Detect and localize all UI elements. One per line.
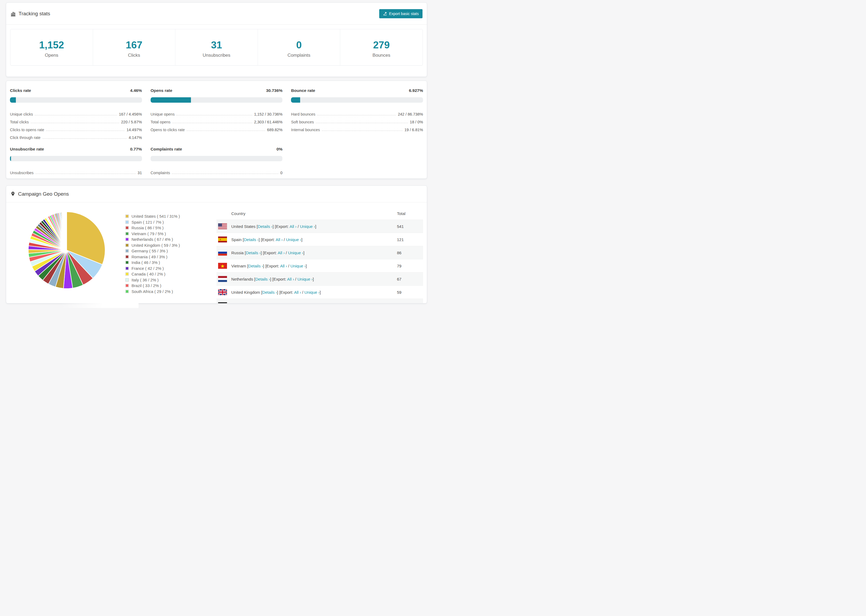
stat-card-complaints: 0Complaints — [258, 29, 340, 65]
geo-row-total: 86 — [397, 250, 423, 255]
rate-row: Hard bounces242 / 86.738% — [291, 108, 423, 116]
legend-item-south-africa: South Africa ( 29 / 2% ) — [125, 289, 215, 295]
stat-card-unsubscribes: 31Unsubscribes — [175, 29, 258, 65]
stat-value-bounces: 279 — [340, 40, 422, 50]
legend-swatch — [125, 278, 129, 282]
legend-swatch — [125, 267, 129, 270]
geo-details-link[interactable]: Details › — [250, 303, 265, 304]
rate-title-complaints: Complaints rate — [151, 147, 182, 152]
progress-bar-clicks — [10, 97, 142, 103]
legend-label: Russia ( 86 / 5% ) — [132, 225, 164, 230]
geo-export-all-link[interactable]: All › — [287, 277, 294, 281]
geo-pie-chart — [26, 210, 107, 291]
tracking-stats-header: Tracking stats Export basic stats — [6, 3, 427, 25]
rate-row: Opens to clicks rate689.82% — [151, 124, 283, 132]
rate-section-unsubscribe: Unsubscribe rate0.77%Unsubscribes31 — [10, 147, 142, 175]
rate-row: Total clicks220 / 5.87% — [10, 116, 142, 124]
legend-label: Spain ( 121 / 7% ) — [132, 220, 164, 225]
geo-row-text: Vietnam [Details ›] [Export: All › / Uni… — [231, 264, 307, 268]
geo-row-text: United States [Details ›] [Export: All ›… — [231, 224, 316, 229]
rate-section-opens: Opens rate30.736%Unique opens1,152 / 30.… — [151, 88, 283, 140]
progress-bar-unsubscribe — [10, 156, 142, 161]
geo-row-total: 67 — [397, 277, 423, 281]
rate-row: Complaints0 — [151, 167, 283, 175]
map-pin-icon — [11, 191, 15, 196]
rate-value-unsubscribe: 0.77% — [130, 147, 142, 152]
progress-bar-bounce — [291, 97, 423, 103]
geo-table-row-de: Germany [Details ›] [Export: All › / Uni… — [216, 299, 423, 303]
geo-export-all-link[interactable]: All › — [294, 290, 301, 295]
legend-item-united-states: United States ( 541 / 31% ) — [125, 214, 215, 219]
stat-label-unsubscribes: Unsubscribes — [175, 53, 258, 58]
stat-card-bounces: 279Bounces — [340, 29, 422, 65]
export-basic-stats-button[interactable]: Export basic stats — [379, 9, 423, 18]
stat-label-clicks: Clicks — [93, 53, 175, 58]
geo-details-link[interactable]: Details › — [262, 290, 277, 295]
legend-label: Germany ( 55 / 3% ) — [132, 248, 168, 253]
legend-item-romania: Romania ( 49 / 3% ) — [125, 254, 215, 260]
geo-export-unique-link[interactable]: Unique › — [298, 277, 313, 281]
geo-export-unique-link[interactable]: Unique › — [286, 237, 301, 242]
rate-section-complaints: Complaints rate0%Complaints0 — [151, 147, 283, 175]
geo-details-link[interactable]: Details › — [258, 224, 272, 229]
geo-row-total: 59 — [397, 290, 423, 295]
geo-export-all-link[interactable]: All › — [290, 224, 297, 229]
geo-export-unique-link[interactable]: Unique › — [292, 303, 308, 304]
geo-export-unique-link[interactable]: Unique › — [288, 250, 303, 255]
geo-details-link[interactable]: Details › — [248, 264, 263, 268]
geo-legend: United States ( 541 / 31% )Spain ( 121 /… — [125, 214, 215, 303]
legend-item-vietnam: Vietnam ( 79 / 5% ) — [125, 231, 215, 237]
rate-value-opens: 30.736% — [266, 88, 282, 93]
geo-export-all-link[interactable]: All › — [282, 303, 289, 304]
geo-table-header: Country Total — [216, 207, 423, 220]
rate-title-opens: Opens rate — [151, 88, 172, 93]
geo-export-all-link[interactable]: All › — [280, 264, 287, 268]
flag-nl-icon — [218, 276, 227, 282]
rate-row: Unique clicks167 / 4.456% — [10, 108, 142, 116]
geo-details-link[interactable]: Details › — [246, 250, 261, 255]
rates-card: Clicks rate4.46%Unique clicks167 / 4.456… — [6, 81, 427, 179]
geo-table-row-gb: United Kingdom [Details ›] [Export: All … — [216, 285, 423, 299]
geo-title: Campaign Geo Opens — [11, 191, 69, 197]
legend-item-canada: Canada ( 40 / 2% ) — [125, 271, 215, 277]
geo-export-all-link[interactable]: All › — [278, 250, 285, 255]
legend-label: United Kingdom ( 59 / 3% ) — [132, 243, 180, 248]
rate-row: Soft bounces18 / 0% — [291, 116, 423, 124]
flag-gb-icon — [218, 289, 227, 295]
export-icon — [383, 11, 387, 16]
geo-export-unique-link[interactable]: Unique › — [304, 290, 320, 295]
geo-export-unique-link[interactable]: Unique › — [300, 224, 315, 229]
geo-export-unique-link[interactable]: Unique › — [290, 264, 306, 268]
stat-label-opens: Opens — [11, 53, 93, 58]
rate-value-clicks: 4.46% — [130, 88, 142, 93]
legend-item-spain: Spain ( 121 / 7% ) — [125, 219, 215, 225]
legend-label: United States ( 541 / 31% ) — [132, 214, 180, 218]
stat-value-clicks: 167 — [93, 40, 175, 50]
geo-row-text: Germany [Details ›] [Export: All › / Uni… — [231, 303, 309, 304]
legend-swatch — [125, 290, 129, 293]
rate-section-clicks: Clicks rate4.46%Unique clicks167 / 4.456… — [10, 88, 142, 140]
stat-label-bounces: Bounces — [340, 53, 422, 58]
legend-swatch — [125, 261, 129, 264]
flag-de-icon — [218, 302, 227, 303]
geo-row-total: 541 — [397, 224, 423, 229]
geo-table-row-us: United States [Details ›] [Export: All ›… — [216, 220, 423, 233]
geo-details-link[interactable]: Details › — [255, 277, 270, 281]
legend-swatch — [125, 226, 129, 229]
legend-item-netherlands: Netherlands ( 67 / 4% ) — [125, 237, 215, 242]
legend-label: Italy ( 36 / 2% ) — [132, 278, 159, 282]
pie-slice-other — [66, 212, 67, 250]
legend-swatch — [125, 237, 129, 241]
bar-chart-icon — [11, 11, 16, 16]
legend-item-italy: Italy ( 36 / 2% ) — [125, 277, 215, 283]
geo-row-text: Russia [Details ›] [Export: All › / Uniq… — [231, 250, 304, 255]
stat-label-complaints: Complaints — [258, 53, 340, 58]
geo-export-all-link[interactable]: All › — [276, 237, 283, 242]
rates-grid: Clicks rate4.46%Unique clicks167 / 4.456… — [6, 81, 427, 175]
geo-content: United States ( 541 / 31% )Spain ( 121 /… — [6, 203, 427, 303]
geo-table-row-ru: Russia [Details ›] [Export: All › / Uniq… — [216, 246, 423, 259]
legend-swatch — [125, 284, 129, 287]
geo-row-text: United Kingdom [Details ›] [Export: All … — [231, 290, 321, 295]
legend-label: South Africa ( 29 / 2% ) — [132, 289, 173, 294]
geo-details-link[interactable]: Details › — [244, 237, 259, 242]
